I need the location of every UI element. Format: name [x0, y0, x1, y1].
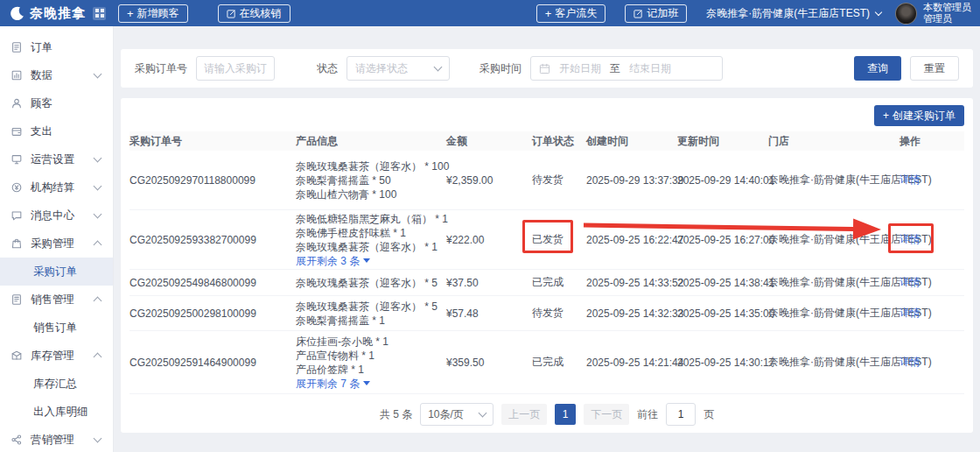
amount-cell: ¥359.50: [446, 357, 532, 369]
sidebar-item-inventory-management[interactable]: 库存管理: [0, 342, 113, 370]
goto-label: 前往: [637, 407, 658, 422]
chevron-up-icon: [94, 353, 102, 362]
create-purchase-order-label: 创建采购订单: [892, 109, 956, 124]
chevron-up-icon: [94, 297, 102, 306]
page-number-button[interactable]: 1: [555, 404, 576, 425]
expand-remaining-link[interactable]: 展开剩余 3 条: [296, 254, 439, 268]
chevron-down-icon: [94, 182, 102, 191]
online-verify-label: 在线核销: [240, 6, 282, 21]
detail-link[interactable]: 详情: [900, 276, 920, 288]
sidebar-item-operations-settings[interactable]: 运营设置: [0, 145, 113, 173]
detail-link[interactable]: 详情: [900, 233, 920, 245]
sidebar-item-sales-management[interactable]: 销售管理: [0, 286, 113, 314]
pagination: 共 5 条 10条/页 上一页 1 下一页 前往 页: [130, 403, 964, 426]
updated-time-cell: 2025-09-25 16:27:00: [677, 234, 768, 246]
chevron-down-icon: [94, 154, 102, 163]
order-no-label: 采购订单号: [135, 61, 187, 76]
edit-square-icon: [227, 9, 236, 18]
col-header-order-no: 采购订单号: [130, 134, 296, 149]
avatar[interactable]: [895, 3, 917, 25]
detail-link[interactable]: 详情: [900, 173, 920, 186]
logo-badge-icon: [93, 7, 106, 20]
new-customer-button[interactable]: + 新增顾客: [118, 4, 188, 23]
purchase-time-label: 采购时间: [480, 61, 522, 76]
log-overtime-label: 记加班: [647, 6, 678, 21]
purchase-time-range[interactable]: 至: [530, 56, 723, 81]
chart-icon: [10, 69, 23, 81]
status-select[interactable]: 请选择状态: [346, 56, 450, 81]
reset-button[interactable]: 重置: [910, 56, 959, 81]
amount-cell: ¥37.50: [446, 277, 532, 289]
col-header-created: 创建时间: [586, 134, 677, 149]
sidebar-subitem-label: 出入库明细: [33, 405, 88, 420]
customer-churn-button[interactable]: + 客户流失: [536, 4, 606, 23]
sidebar-item-label: 顾客: [31, 96, 101, 111]
page-size-label: 10条/页: [428, 407, 464, 422]
sidebar-item-expenses[interactable]: 支出: [0, 117, 113, 145]
product-info-cell: 奈晚低糖轻脂黑芝麻丸（箱） * 1 奈晚佛手橙皮舒味糕 * 1 奈晚玫瑰桑葚茶（…: [296, 212, 446, 268]
log-overtime-button[interactable]: 记加班: [625, 4, 687, 23]
plus-icon: +: [545, 8, 552, 19]
end-date-input[interactable]: [624, 62, 676, 74]
yuan-coin-icon: [10, 181, 23, 194]
sidebar-item-purchase-management[interactable]: 采购管理: [0, 230, 113, 258]
sidebar-item-marketing-management[interactable]: 营销管理: [0, 426, 113, 452]
order-no-cell: CG2025092593382700099: [130, 234, 296, 246]
online-verify-button[interactable]: 在线核销: [218, 4, 290, 23]
share-icon: [10, 434, 23, 446]
chevron-down-icon: [94, 70, 102, 79]
page-size-select[interactable]: 10条/页: [420, 403, 494, 426]
order-icon: [10, 41, 23, 53]
sidebar-subitem-sales-orders[interactable]: 销售订单: [0, 314, 113, 342]
sidebar: 订单 数据 顾客 支出 运营设置 机构结算 消息中心 采购管理 采购订单 销售管…: [0, 26, 114, 452]
sidebar-item-label: 数据: [31, 68, 87, 83]
sidebar-item-settlement[interactable]: 机构结算: [0, 173, 113, 201]
wallet-icon: [10, 125, 23, 138]
monitor-icon: [10, 153, 23, 166]
chevron-down-icon: [94, 210, 102, 219]
updated-time-cell: 2025-09-25 14:38:41: [677, 277, 768, 289]
chevron-down-icon: [94, 434, 102, 443]
order-no-cell: CG2025092500298100099: [130, 307, 296, 320]
product-line: 奈晚山楂六物膏 * 100: [296, 187, 439, 201]
sidebar-item-orders[interactable]: 订单: [0, 33, 113, 61]
sidebar-item-customers[interactable]: 顾客: [0, 89, 113, 117]
prev-page-button[interactable]: 上一页: [501, 404, 547, 425]
box-icon: [10, 350, 23, 362]
chevron-down-icon: [875, 8, 882, 15]
user-info: 本数管理员 管理员: [923, 2, 971, 25]
next-page-button[interactable]: 下一页: [584, 404, 629, 425]
customer-churn-label: 客户流失: [555, 6, 597, 21]
sidebar-item-label: 订单: [31, 40, 101, 55]
chat-bubble-icon: [10, 209, 23, 222]
sidebar-subitem-label: 采购订单: [33, 265, 77, 279]
detail-link[interactable]: 详情: [900, 356, 920, 368]
store-selector[interactable]: 奈晚推拿·筋骨健康(牛王庙店TEST): [706, 6, 881, 21]
plus-icon: +: [127, 8, 134, 19]
sidebar-subitem-inventory-summary[interactable]: 库存汇总: [0, 370, 113, 398]
created-time-cell: 2025-09-25 14:33:52: [586, 277, 677, 289]
table-row: CG2025092500298100099 奈晚玫瑰桑葚茶（迎客水） * 5 奈…: [130, 296, 964, 331]
sidebar-subitem-purchase-orders[interactable]: 采购订单: [0, 258, 113, 286]
create-purchase-order-button[interactable]: + 创建采购订单: [874, 105, 964, 126]
goto-page-input[interactable]: [666, 403, 696, 426]
col-header-product-info: 产品信息: [296, 134, 446, 149]
edit-square-icon: [634, 9, 643, 18]
sidebar-subitem-stock-in-out-detail[interactable]: 出入库明细: [0, 398, 113, 426]
topbar-right: + 客户流失 记加班 奈晚推拿·筋骨健康(牛王庙店TEST) 本数管理员 管理员: [536, 2, 971, 25]
col-header-actions: 操作: [900, 134, 964, 149]
expand-remaining-link[interactable]: 展开剩余 7 条: [296, 377, 439, 391]
user-name: 本数管理员: [923, 2, 971, 13]
search-button[interactable]: 查询: [854, 56, 901, 81]
table-row: CG2025092593382700099 奈晚低糖轻脂黑芝麻丸（箱） * 1 …: [130, 210, 964, 270]
sidebar-item-data[interactable]: 数据: [0, 61, 113, 89]
order-no-cell: CG2025092591464900099: [130, 357, 296, 369]
order-no-input[interactable]: [196, 56, 275, 81]
order-status: 待发货: [532, 173, 564, 186]
sidebar-item-messages[interactable]: 消息中心: [0, 201, 113, 230]
caret-down-icon: [363, 381, 370, 385]
detail-link[interactable]: 详情: [900, 307, 920, 319]
start-date-input[interactable]: [554, 62, 606, 74]
table-row: CG2025092970118800099 奈晚玫瑰桑葚茶（迎客水） * 100…: [130, 151, 964, 210]
product-line: 奈晚梨膏摇摇盖 * 50: [296, 173, 439, 187]
